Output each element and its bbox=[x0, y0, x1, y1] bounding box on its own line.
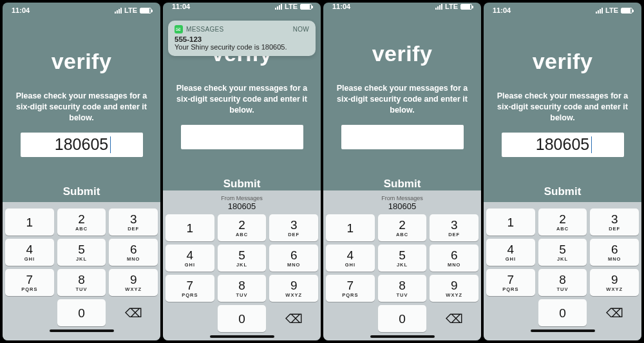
key-1[interactable]: 1 bbox=[486, 209, 535, 236]
home-indicator[interactable] bbox=[531, 329, 595, 332]
key-number: ⌫ bbox=[125, 307, 142, 319]
notification-app-name: MESSAGES bbox=[186, 26, 290, 33]
numeric-keypad: From Messages18060512ABC3DEF4GHI5JKL6MNO… bbox=[163, 190, 321, 340]
key-8[interactable]: 8TUV bbox=[218, 275, 267, 302]
key-5[interactable]: 5JKL bbox=[538, 239, 587, 266]
key-2[interactable]: 2ABC bbox=[218, 214, 267, 241]
key-number: ⌫ bbox=[606, 307, 623, 319]
key-letters: GHI bbox=[506, 256, 516, 262]
suggestion-code: 180605 bbox=[166, 201, 318, 212]
key-6[interactable]: 6MNO bbox=[590, 239, 639, 266]
key-number: 6 bbox=[130, 243, 137, 255]
home-indicator[interactable] bbox=[370, 335, 435, 338]
key-0[interactable]: 0 bbox=[218, 305, 267, 332]
home-indicator[interactable] bbox=[50, 329, 114, 332]
key-1[interactable]: 1 bbox=[5, 209, 54, 236]
autofill-suggestion[interactable]: From Messages180605 bbox=[166, 193, 318, 214]
delete-key[interactable]: ⌫ bbox=[430, 305, 478, 332]
key-8[interactable]: 8TUV bbox=[57, 269, 106, 296]
phone-screen: 11:04LTEverifyPlease check your messages… bbox=[3, 3, 160, 340]
key-0[interactable]: 0 bbox=[378, 305, 427, 332]
key-letters: MNO bbox=[127, 256, 140, 262]
verify-content: verifyPlease check your messages for a s… bbox=[323, 10, 481, 190]
submit-button[interactable]: Submit bbox=[63, 185, 100, 198]
key-5[interactable]: 5JKL bbox=[378, 245, 427, 272]
key-6[interactable]: 6MNO bbox=[269, 245, 318, 272]
key-7[interactable]: 7PQRS bbox=[486, 269, 535, 296]
key-9[interactable]: 9WXYZ bbox=[590, 269, 639, 296]
key-number: 1 bbox=[26, 216, 33, 228]
numeric-keypad: 12ABC3DEF4GHI5JKL6MNO7PQRS8TUV9WXYZ0⌫ bbox=[484, 202, 641, 340]
submit-button[interactable]: Submit bbox=[223, 178, 261, 190]
key-2[interactable]: 2ABC bbox=[57, 209, 106, 236]
key-letters: WXYZ bbox=[446, 292, 462, 298]
home-indicator[interactable] bbox=[210, 335, 274, 338]
key-3[interactable]: 3DEF bbox=[590, 209, 639, 236]
key-0[interactable]: 0 bbox=[57, 299, 106, 326]
key-7[interactable]: 7PQRS bbox=[326, 275, 375, 302]
key-9[interactable]: 9WXYZ bbox=[109, 269, 158, 296]
carrier-label: LTE bbox=[285, 3, 298, 10]
key-2[interactable]: 2ABC bbox=[538, 209, 587, 236]
status-time: 11:04 bbox=[493, 6, 511, 14]
code-value: 180605 bbox=[55, 135, 108, 154]
delete-key[interactable]: ⌫ bbox=[269, 305, 318, 332]
keypad-blank bbox=[326, 305, 375, 332]
key-4[interactable]: 4GHI bbox=[5, 239, 54, 266]
keypad-row: 0⌫ bbox=[166, 305, 318, 332]
key-number: 0 bbox=[78, 307, 85, 319]
delete-key[interactable]: ⌫ bbox=[109, 299, 158, 326]
key-number: 0 bbox=[559, 307, 566, 319]
key-6[interactable]: 6MNO bbox=[109, 239, 158, 266]
key-3[interactable]: 3DEF bbox=[430, 214, 478, 241]
key-9[interactable]: 9WXYZ bbox=[430, 275, 478, 302]
code-input[interactable]: 180605 bbox=[21, 133, 143, 157]
keypad-row: 4GHI5JKL6MNO bbox=[5, 239, 158, 266]
key-2[interactable]: 2ABC bbox=[378, 214, 427, 241]
battery-icon bbox=[621, 8, 632, 14]
key-letters: DEF bbox=[288, 232, 299, 237]
battery-icon bbox=[300, 4, 312, 10]
key-8[interactable]: 8TUV bbox=[538, 269, 587, 296]
key-5[interactable]: 5JKL bbox=[218, 245, 267, 272]
key-number: 4 bbox=[347, 249, 354, 261]
key-8[interactable]: 8TUV bbox=[378, 275, 427, 302]
key-3[interactable]: 3DEF bbox=[269, 214, 318, 241]
key-7[interactable]: 7PQRS bbox=[166, 275, 214, 302]
key-4[interactable]: 4GHI bbox=[166, 245, 214, 272]
key-0[interactable]: 0 bbox=[538, 299, 587, 326]
key-letters: MNO bbox=[287, 262, 301, 268]
key-3[interactable]: 3DEF bbox=[109, 209, 158, 236]
notification-timestamp: now bbox=[293, 26, 309, 33]
delete-key[interactable]: ⌫ bbox=[590, 299, 639, 326]
key-9[interactable]: 9WXYZ bbox=[269, 275, 318, 302]
battery-icon bbox=[460, 4, 472, 10]
key-letters: GHI bbox=[345, 262, 355, 268]
submit-button[interactable]: Submit bbox=[544, 185, 582, 198]
key-number: 6 bbox=[451, 249, 458, 261]
battery-icon bbox=[140, 8, 151, 14]
key-4[interactable]: 4GHI bbox=[486, 239, 535, 266]
key-6[interactable]: 6MNO bbox=[430, 245, 478, 272]
key-number: 5 bbox=[238, 249, 245, 261]
carrier-label: LTE bbox=[124, 6, 137, 14]
submit-button[interactable]: Submit bbox=[384, 178, 421, 190]
code-input[interactable] bbox=[341, 125, 464, 149]
status-indicators: LTE bbox=[596, 6, 632, 14]
sms-notification[interactable]: ✉MESSAGESnow555-123Your Shiny security c… bbox=[168, 21, 316, 56]
suggestion-label: From Messages bbox=[326, 195, 478, 202]
key-1[interactable]: 1 bbox=[166, 214, 214, 241]
key-number: ⌫ bbox=[285, 313, 303, 325]
suggestion-code: 180605 bbox=[326, 201, 478, 212]
code-input[interactable] bbox=[181, 125, 303, 149]
key-5[interactable]: 5JKL bbox=[57, 239, 106, 266]
key-number: 4 bbox=[507, 243, 515, 255]
key-1[interactable]: 1 bbox=[326, 214, 375, 241]
code-input[interactable]: 180605 bbox=[502, 133, 624, 157]
key-4[interactable]: 4GHI bbox=[326, 245, 375, 272]
key-letters: TUV bbox=[76, 286, 88, 292]
key-7[interactable]: 7PQRS bbox=[5, 269, 54, 296]
key-number: 9 bbox=[611, 273, 618, 286]
keypad-row: 0⌫ bbox=[486, 299, 639, 326]
autofill-suggestion[interactable]: From Messages180605 bbox=[326, 193, 478, 214]
